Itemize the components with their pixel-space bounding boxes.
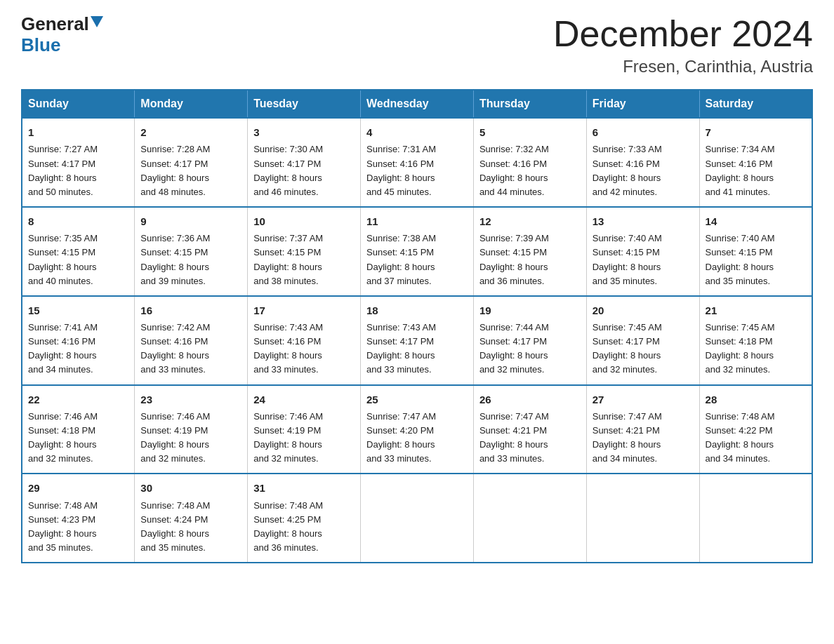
day-info: Sunrise: 7:38 AMSunset: 4:15 PMDaylight:… xyxy=(366,232,468,288)
day-number: 17 xyxy=(253,302,355,318)
calendar-cell: 29 Sunrise: 7:48 AMSunset: 4:23 PMDaylig… xyxy=(22,474,135,563)
day-info: Sunrise: 7:41 AMSunset: 4:16 PMDaylight:… xyxy=(28,321,128,377)
calendar-cell: 21 Sunrise: 7:45 AMSunset: 4:18 PMDaylig… xyxy=(699,296,812,385)
day-info: Sunrise: 7:43 AMSunset: 4:17 PMDaylight:… xyxy=(366,321,468,377)
day-info: Sunrise: 7:27 AMSunset: 4:17 PMDaylight:… xyxy=(28,142,128,199)
calendar-table: SundayMondayTuesdayWednesdayThursdayFrid… xyxy=(21,89,813,563)
calendar-cell: 3 Sunrise: 7:30 AMSunset: 4:17 PMDayligh… xyxy=(248,118,361,207)
day-info: Sunrise: 7:35 AMSunset: 4:15 PMDaylight:… xyxy=(28,232,128,288)
calendar-cell: 31 Sunrise: 7:48 AMSunset: 4:25 PMDaylig… xyxy=(248,474,361,563)
day-info: Sunrise: 7:43 AMSunset: 4:16 PMDaylight:… xyxy=(253,321,355,377)
day-info: Sunrise: 7:47 AMSunset: 4:21 PMDaylight:… xyxy=(479,410,581,467)
day-header-tuesday: Tuesday xyxy=(248,90,361,118)
day-number: 26 xyxy=(479,391,581,408)
day-header-friday: Friday xyxy=(586,90,699,118)
calendar-cell: 24 Sunrise: 7:46 AMSunset: 4:19 PMDaylig… xyxy=(248,385,361,474)
calendar-cell: 6 Sunrise: 7:33 AMSunset: 4:16 PMDayligh… xyxy=(586,118,699,207)
day-info: Sunrise: 7:36 AMSunset: 4:15 PMDaylight:… xyxy=(140,232,241,288)
day-number: 8 xyxy=(28,213,128,229)
day-info: Sunrise: 7:37 AMSunset: 4:15 PMDaylight:… xyxy=(253,232,355,288)
page-header: General Blue December 2024 Fresen, Carin… xyxy=(21,14,813,76)
day-info: Sunrise: 7:31 AMSunset: 4:16 PMDaylight:… xyxy=(366,142,468,199)
day-info: Sunrise: 7:48 AMSunset: 4:24 PMDaylight:… xyxy=(140,499,241,556)
calendar-week-4: 22 Sunrise: 7:46 AMSunset: 4:18 PMDaylig… xyxy=(22,385,812,474)
svg-marker-0 xyxy=(91,16,103,27)
day-number: 4 xyxy=(366,124,468,140)
page-title: December 2024 xyxy=(553,14,813,54)
calendar-cell: 27 Sunrise: 7:47 AMSunset: 4:21 PMDaylig… xyxy=(586,385,699,474)
day-info: Sunrise: 7:42 AMSunset: 4:16 PMDaylight:… xyxy=(140,321,241,377)
day-number: 7 xyxy=(706,124,806,140)
calendar-cell: 15 Sunrise: 7:41 AMSunset: 4:16 PMDaylig… xyxy=(22,296,135,385)
day-info: Sunrise: 7:48 AMSunset: 4:25 PMDaylight:… xyxy=(253,499,355,556)
calendar-cell: 2 Sunrise: 7:28 AMSunset: 4:17 PMDayligh… xyxy=(135,118,248,207)
day-number: 24 xyxy=(253,391,355,408)
title-block: December 2024 Fresen, Carinthia, Austria xyxy=(553,14,813,76)
day-info: Sunrise: 7:40 AMSunset: 4:15 PMDaylight:… xyxy=(593,232,694,288)
day-header-wednesday: Wednesday xyxy=(361,90,474,118)
calendar-week-1: 1 Sunrise: 7:27 AMSunset: 4:17 PMDayligh… xyxy=(22,118,812,207)
day-number: 9 xyxy=(140,213,241,229)
day-number: 23 xyxy=(140,391,241,408)
calendar-cell: 8 Sunrise: 7:35 AMSunset: 4:15 PMDayligh… xyxy=(22,207,135,296)
day-number: 31 xyxy=(253,480,355,496)
day-number: 18 xyxy=(366,302,468,318)
day-info: Sunrise: 7:28 AMSunset: 4:17 PMDaylight:… xyxy=(140,142,241,199)
day-number: 1 xyxy=(28,124,128,140)
calendar-cell: 28 Sunrise: 7:48 AMSunset: 4:22 PMDaylig… xyxy=(699,385,812,474)
calendar-cell: 14 Sunrise: 7:40 AMSunset: 4:15 PMDaylig… xyxy=(699,207,812,296)
calendar-cell xyxy=(473,474,586,563)
header-row: SundayMondayTuesdayWednesdayThursdayFrid… xyxy=(22,90,812,118)
calendar-cell: 30 Sunrise: 7:48 AMSunset: 4:24 PMDaylig… xyxy=(135,474,248,563)
day-header-thursday: Thursday xyxy=(473,90,586,118)
day-info: Sunrise: 7:47 AMSunset: 4:20 PMDaylight:… xyxy=(366,410,468,467)
day-info: Sunrise: 7:30 AMSunset: 4:17 PMDaylight:… xyxy=(253,142,355,199)
day-number: 25 xyxy=(366,391,468,408)
calendar-cell xyxy=(699,474,812,563)
logo: General Blue xyxy=(21,14,103,56)
calendar-cell xyxy=(361,474,474,563)
day-number: 10 xyxy=(253,213,355,229)
day-info: Sunrise: 7:33 AMSunset: 4:16 PMDaylight:… xyxy=(593,142,694,199)
day-number: 3 xyxy=(253,124,355,140)
calendar-cell: 16 Sunrise: 7:42 AMSunset: 4:16 PMDaylig… xyxy=(135,296,248,385)
day-number: 16 xyxy=(140,302,241,318)
day-info: Sunrise: 7:44 AMSunset: 4:17 PMDaylight:… xyxy=(479,321,581,377)
day-info: Sunrise: 7:47 AMSunset: 4:21 PMDaylight:… xyxy=(593,410,694,467)
logo-general: General xyxy=(21,14,89,34)
day-info: Sunrise: 7:46 AMSunset: 4:18 PMDaylight:… xyxy=(28,410,128,467)
calendar-cell: 22 Sunrise: 7:46 AMSunset: 4:18 PMDaylig… xyxy=(22,385,135,474)
day-number: 29 xyxy=(28,480,128,496)
logo-blue: Blue xyxy=(21,34,60,55)
day-info: Sunrise: 7:46 AMSunset: 4:19 PMDaylight:… xyxy=(253,410,355,467)
day-number: 28 xyxy=(706,391,806,408)
calendar-cell: 4 Sunrise: 7:31 AMSunset: 4:16 PMDayligh… xyxy=(361,118,474,207)
calendar-cell: 26 Sunrise: 7:47 AMSunset: 4:21 PMDaylig… xyxy=(473,385,586,474)
calendar-week-3: 15 Sunrise: 7:41 AMSunset: 4:16 PMDaylig… xyxy=(22,296,812,385)
day-number: 5 xyxy=(479,124,581,140)
calendar-cell: 11 Sunrise: 7:38 AMSunset: 4:15 PMDaylig… xyxy=(361,207,474,296)
page-subtitle: Fresen, Carinthia, Austria xyxy=(553,57,813,76)
day-number: 13 xyxy=(593,213,694,229)
calendar-cell: 17 Sunrise: 7:43 AMSunset: 4:16 PMDaylig… xyxy=(248,296,361,385)
day-number: 14 xyxy=(706,213,806,229)
day-info: Sunrise: 7:40 AMSunset: 4:15 PMDaylight:… xyxy=(706,232,806,288)
day-info: Sunrise: 7:45 AMSunset: 4:17 PMDaylight:… xyxy=(593,321,694,377)
calendar-cell: 20 Sunrise: 7:45 AMSunset: 4:17 PMDaylig… xyxy=(586,296,699,385)
day-number: 2 xyxy=(140,124,241,140)
day-info: Sunrise: 7:39 AMSunset: 4:15 PMDaylight:… xyxy=(479,232,581,288)
calendar-cell: 5 Sunrise: 7:32 AMSunset: 4:16 PMDayligh… xyxy=(473,118,586,207)
calendar-cell: 12 Sunrise: 7:39 AMSunset: 4:15 PMDaylig… xyxy=(473,207,586,296)
calendar-cell xyxy=(586,474,699,563)
day-number: 11 xyxy=(366,213,468,229)
calendar-cell: 25 Sunrise: 7:47 AMSunset: 4:20 PMDaylig… xyxy=(361,385,474,474)
day-number: 12 xyxy=(479,213,581,229)
day-number: 22 xyxy=(28,391,128,408)
day-number: 30 xyxy=(140,480,241,496)
calendar-cell: 10 Sunrise: 7:37 AMSunset: 4:15 PMDaylig… xyxy=(248,207,361,296)
day-number: 21 xyxy=(706,302,806,318)
day-info: Sunrise: 7:48 AMSunset: 4:23 PMDaylight:… xyxy=(28,499,128,556)
calendar-week-2: 8 Sunrise: 7:35 AMSunset: 4:15 PMDayligh… xyxy=(22,207,812,296)
day-info: Sunrise: 7:32 AMSunset: 4:16 PMDaylight:… xyxy=(479,142,581,199)
day-header-monday: Monday xyxy=(135,90,248,118)
